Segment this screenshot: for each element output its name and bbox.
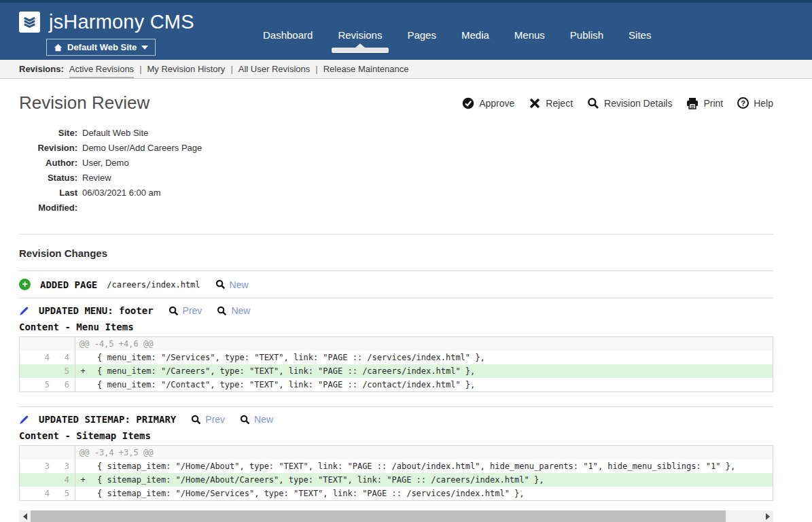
diff-marker xyxy=(75,351,90,364)
diff-marker: + xyxy=(75,473,90,487)
action-toolbar: Approve Reject Revision Details xyxy=(462,97,773,109)
menu-diff-table: @@ -4,5 +4,6 @@ 4 4 { menu_item: "/Servi… xyxy=(19,336,773,392)
new-link-label: New xyxy=(230,279,249,290)
separator: | xyxy=(139,64,141,74)
subnav-active-revisions[interactable]: Active Revisions xyxy=(69,60,134,77)
info-label-author: Author: xyxy=(19,156,77,171)
prev-link-label: Prev xyxy=(183,305,202,316)
change-updated-sitemap: UPDATED SITEMAP: PRIMARY Prev New xyxy=(19,407,773,425)
info-label-site: Site: xyxy=(19,126,77,141)
old-line-number: 4 xyxy=(20,487,55,500)
subnav: Revisions: Active Revisions | My Revisio… xyxy=(0,60,812,79)
info-row-last-modified: Last Modified: 06/03/2021 6:00 am xyxy=(19,186,773,215)
diff-row: 4 4 { menu_item: "/Services", type: "TEX… xyxy=(20,351,773,364)
nav-media[interactable]: Media xyxy=(460,25,491,50)
diff-text: { sitemap_item: "/Home/About", type: "TE… xyxy=(90,459,773,473)
sitemap-new-link[interactable]: New xyxy=(240,414,273,425)
menu-new-link[interactable]: New xyxy=(217,305,250,316)
new-line-number: 4 xyxy=(55,473,75,487)
scrollbar-thumb[interactable] xyxy=(31,510,726,522)
sitemap-prev-link[interactable]: Prev xyxy=(191,414,225,425)
info-row-status: Status: Review xyxy=(19,171,773,186)
jsharmony-logo-icon xyxy=(19,12,40,33)
nav-revisions-label: Revisions xyxy=(338,29,382,41)
old-line-number: 5 xyxy=(20,378,55,392)
magnifier-icon xyxy=(169,306,179,316)
sitemap-diff-table: @@ -3,4 +3,5 @@ 3 3 { sitemap_item: "/Ho… xyxy=(19,445,773,501)
diff-hunk-header: @@ -3,4 +3,5 @@ xyxy=(20,446,773,459)
info-value-site: Default Web Site xyxy=(82,126,148,141)
print-button[interactable]: Print xyxy=(686,97,723,109)
menu-prev-link[interactable]: Prev xyxy=(169,305,202,316)
info-label-last-modified: Last Modified: xyxy=(19,186,77,215)
new-line-number: 3 xyxy=(55,459,75,473)
old-line-number xyxy=(20,473,55,487)
print-label: Print xyxy=(703,98,723,109)
new-line-number: 6 xyxy=(55,378,75,392)
site-selector-label: Default Web Site xyxy=(67,42,137,52)
prev-link-label: Prev xyxy=(205,414,225,425)
approve-button[interactable]: Approve xyxy=(462,97,514,109)
new-link-label: New xyxy=(231,305,250,316)
site-selector-button[interactable]: Default Web Site xyxy=(46,39,156,56)
subnav-label: Revisions: xyxy=(19,64,64,74)
magnifier-icon xyxy=(191,415,201,425)
diff-marker: + xyxy=(75,364,90,378)
info-value-status: Review xyxy=(82,171,111,186)
old-line-number: 3 xyxy=(20,459,55,473)
help-button[interactable]: Help xyxy=(737,97,773,109)
diff-row: 4 5 { sitemap_item: "/Home/Services", ty… xyxy=(20,487,773,500)
brand-title: jsHarmony CMS xyxy=(49,11,194,33)
updated-menu-title: UPDATED MENU: footer xyxy=(39,305,154,316)
hunk-range: @@ -3,4 +3,5 @@ xyxy=(75,446,773,459)
new-line-number: 4 xyxy=(55,351,75,364)
scrollbar-track[interactable] xyxy=(726,510,762,522)
revision-changes-heading: Revision Changes xyxy=(19,247,773,259)
change-added-page: ADDED PAGE /careers/index.html New xyxy=(19,271,773,298)
pencil-icon xyxy=(19,415,29,425)
nav-sites[interactable]: Sites xyxy=(627,25,652,50)
diff-marker xyxy=(75,378,90,392)
hunk-range: @@ -4,5 +4,6 @@ xyxy=(75,337,773,351)
nav-revisions[interactable]: Revisions xyxy=(336,25,383,50)
diff-text: { menu_item: "/Careers", type: "TEXT", l… xyxy=(90,364,773,378)
revision-details-button[interactable]: Revision Details xyxy=(587,97,672,109)
new-line-number: 5 xyxy=(55,487,75,500)
question-circle-icon xyxy=(737,97,749,109)
new-link-label: New xyxy=(254,414,273,425)
nav-dashboard[interactable]: Dashboard xyxy=(262,25,314,50)
change-updated-menu: UPDATED MENU: footer Prev New xyxy=(19,298,773,316)
revision-details-label: Revision Details xyxy=(604,98,672,109)
nav-menus[interactable]: Menus xyxy=(513,25,546,50)
scroll-left-arrow[interactable] xyxy=(19,510,31,522)
horizontal-scrollbar[interactable] xyxy=(19,510,773,522)
main-content: Revision Review Approve Reject xyxy=(19,92,773,522)
approve-check-icon xyxy=(462,97,474,109)
subnav-release-maintenance[interactable]: Release Maintenance xyxy=(323,60,409,77)
reject-button[interactable]: Reject xyxy=(529,97,573,109)
subnav-all-user-revisions[interactable]: All User Revisions xyxy=(239,60,310,77)
scroll-right-arrow[interactable] xyxy=(762,510,773,522)
diff-row-added: 5 + { menu_item: "/Careers", type: "TEXT… xyxy=(20,364,773,378)
revision-info: Site: Default Web Site Revision: Demo Us… xyxy=(19,126,773,215)
diff-row-added: 4 + { sitemap_item: "/Home/About/Careers… xyxy=(20,473,773,487)
brand[interactable]: jsHarmony CMS xyxy=(19,11,194,33)
sitemap-content-title: Content - Sitemap Items xyxy=(19,430,773,441)
menu-content-title: Content - Menu Items xyxy=(19,321,773,332)
app-header: jsHarmony CMS Default Web Site Dashboard… xyxy=(0,3,812,60)
added-page-new-link[interactable]: New xyxy=(215,279,249,290)
info-row-revision: Revision: Demo User/Add Careers Page xyxy=(19,141,773,156)
nav-publish[interactable]: Publish xyxy=(569,25,605,50)
info-row-author: Author: User, Demo xyxy=(19,156,773,171)
diff-hunk-header: @@ -4,5 +4,6 @@ xyxy=(20,337,773,351)
subnav-my-revision-history[interactable]: My Revision History xyxy=(147,60,226,77)
info-value-last-modified: 06/03/2021 6:00 am xyxy=(82,186,161,215)
magnifier-icon xyxy=(240,415,250,425)
diff-marker xyxy=(75,459,90,473)
magnifier-icon xyxy=(217,306,227,316)
nav-pages[interactable]: Pages xyxy=(406,25,438,50)
reject-x-icon xyxy=(529,97,541,109)
home-icon xyxy=(54,44,63,52)
diff-text: { menu_item: "/Contact", type: "TEXT", l… xyxy=(90,378,773,392)
approve-label: Approve xyxy=(479,98,514,109)
